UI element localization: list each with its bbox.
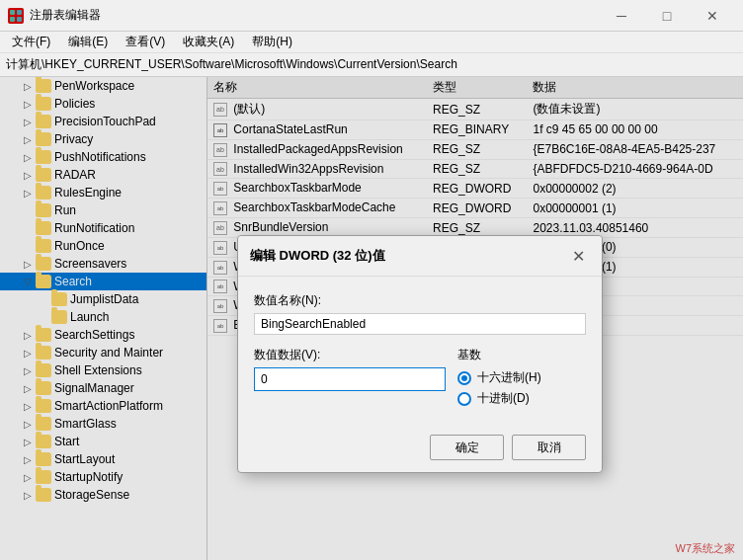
window-title: 注册表编辑器 bbox=[30, 7, 101, 24]
main-content: ▷ PenWorkspace ▷ Policies ▷ PrecisionTou… bbox=[0, 77, 743, 560]
edit-dword-dialog: 编辑 DWORD (32 位)值 ✕ 数值名称(N): BingSearchEn… bbox=[237, 235, 603, 473]
menu-view[interactable]: 查看(V) bbox=[118, 32, 173, 52]
cancel-button[interactable]: 取消 bbox=[512, 435, 586, 460]
data-label: 数值数据(V): bbox=[254, 347, 446, 363]
dialog-buttons: 确定 取消 bbox=[238, 427, 602, 472]
ok-button[interactable]: 确定 bbox=[430, 435, 504, 460]
svg-rect-3 bbox=[17, 17, 22, 22]
base-title: 基数 bbox=[457, 347, 586, 363]
radio-hex-label: 十六进制(H) bbox=[477, 369, 541, 386]
radio-hex-item[interactable]: 十六进制(H) bbox=[457, 369, 586, 386]
maximize-button[interactable]: □ bbox=[644, 0, 690, 32]
title-bar-controls: ─ □ ✕ bbox=[599, 0, 735, 32]
radio-dec-label: 十进制(D) bbox=[477, 390, 530, 407]
menu-file[interactable]: 文件(F) bbox=[4, 32, 58, 52]
svg-rect-0 bbox=[10, 10, 15, 15]
close-button[interactable]: ✕ bbox=[690, 0, 735, 32]
menu-favorites[interactable]: 收藏夹(A) bbox=[175, 32, 242, 52]
address-bar: 计算机\HKEY_CURRENT_USER\Software\Microsoft… bbox=[0, 53, 743, 77]
title-bar: 注册表编辑器 ─ □ ✕ bbox=[0, 0, 743, 32]
dialog-main-row: 数值数据(V): 基数 十六进制(H) 十进制(D) bbox=[254, 347, 586, 411]
radio-dec-dot bbox=[457, 392, 471, 406]
dialog-body: 数值名称(N): BingSearchEnabled 数值数据(V): 基数 十… bbox=[238, 277, 602, 427]
svg-rect-1 bbox=[17, 10, 22, 15]
menu-help[interactable]: 帮助(H) bbox=[244, 32, 300, 52]
minimize-button[interactable]: ─ bbox=[599, 0, 644, 32]
app-icon bbox=[8, 8, 24, 24]
dialog-close-button[interactable]: ✕ bbox=[566, 244, 590, 268]
address-path: 计算机\HKEY_CURRENT_USER\Software\Microsoft… bbox=[6, 56, 457, 73]
radio-hex-dot bbox=[457, 371, 471, 385]
radio-dec-item[interactable]: 十进制(D) bbox=[457, 390, 586, 407]
dialog-overlay: 编辑 DWORD (32 位)值 ✕ 数值名称(N): BingSearchEn… bbox=[0, 77, 743, 560]
name-label: 数值名称(N): bbox=[254, 292, 586, 309]
data-value-input[interactable] bbox=[254, 367, 446, 391]
base-section: 基数 十六进制(H) 十进制(D) bbox=[457, 347, 586, 411]
title-bar-left: 注册表编辑器 bbox=[8, 7, 101, 24]
svg-rect-2 bbox=[10, 17, 15, 22]
dialog-title: 编辑 DWORD (32 位)值 bbox=[250, 247, 385, 265]
menu-edit[interactable]: 编辑(E) bbox=[60, 32, 116, 52]
data-section: 数值数据(V): bbox=[254, 347, 446, 411]
menu-bar: 文件(F) 编辑(E) 查看(V) 收藏夹(A) 帮助(H) bbox=[0, 32, 743, 53]
name-value-display: BingSearchEnabled bbox=[254, 313, 586, 335]
dialog-title-bar: 编辑 DWORD (32 位)值 ✕ bbox=[238, 236, 602, 277]
